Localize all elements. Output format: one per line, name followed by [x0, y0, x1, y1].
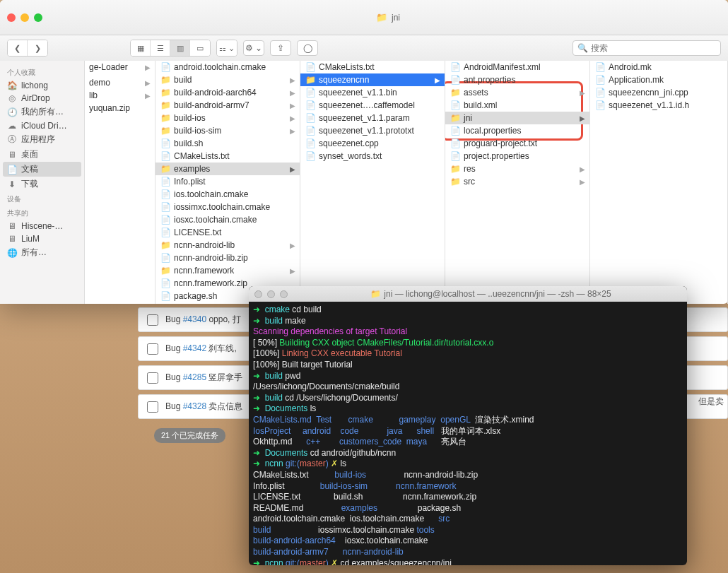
search-input[interactable] [591, 43, 716, 53]
task-checkbox[interactable] [147, 343, 158, 355]
sidebar-item[interactable]: 🕘我的所有… [0, 105, 84, 119]
folder-icon: 📁 [160, 113, 171, 123]
sidebar-icon: ◎ [7, 93, 17, 103]
close-button[interactable] [7, 13, 16, 22]
sidebar-item[interactable]: ◎AirDrop [0, 92, 84, 105]
file-row[interactable]: ge-Loader▶ [85, 61, 155, 73]
view-column-button[interactable]: ▥ [170, 40, 190, 56]
file-row[interactable]: 📄iosxc.toolchain.cmake [155, 213, 300, 226]
file-row[interactable]: 📄CMakeLists.txt [155, 150, 300, 163]
file-name: synset_words.txt [319, 151, 382, 161]
forward-button[interactable]: ❯ [28, 40, 47, 56]
chevron-right-icon: ▶ [290, 127, 295, 135]
view-list-button[interactable]: ☰ [151, 40, 170, 56]
file-row[interactable]: 📄squeezenet.cpp [300, 137, 445, 150]
file-row[interactable]: 📁jni▶ [445, 112, 589, 124]
file-row[interactable]: 📄local.properties [445, 124, 589, 137]
file-row[interactable]: 📄squeezenet….caffemodel [300, 99, 445, 112]
sidebar-item[interactable]: 🖥LiuM [0, 232, 84, 245]
file-row[interactable]: 📄ncnn-android-lib.zip [155, 252, 300, 264]
file-row[interactable]: 📄LICENSE.txt [155, 226, 300, 239]
file-row[interactable]: 📄proguard-project.txt [445, 137, 589, 150]
search-box[interactable]: 🔍 [573, 40, 721, 56]
share-button[interactable]: ⇪ [270, 40, 291, 56]
file-row[interactable]: demo▶ [85, 76, 155, 89]
file-row[interactable]: 📄ant.properties [445, 73, 589, 86]
view-gallery-button[interactable]: ▭ [190, 40, 210, 56]
back-button[interactable]: ❮ [8, 40, 28, 56]
file-row[interactable]: 📁build▶ [155, 73, 300, 86]
term-min-button[interactable] [267, 290, 275, 298]
file-row[interactable]: 📄squeezenet_v1.1.id.h [590, 99, 727, 112]
file-name: lib [89, 90, 98, 100]
task-link[interactable]: #4340 [183, 314, 206, 324]
minimize-button[interactable] [20, 13, 29, 22]
file-row[interactable]: 📁src▶ [445, 175, 589, 188]
sidebar-item[interactable]: 🌐所有… [0, 245, 84, 260]
sidebar: 个人收藏 🏠lichong◎AirDrop🕘我的所有…☁iCloud Dri…Ⓐ… [0, 61, 85, 304]
file-row[interactable]: 📁ncnn.framework▶ [155, 264, 300, 277]
file-row[interactable]: 📄CMakeLists.txt [300, 61, 445, 73]
file-name: ncnn-android-lib [174, 240, 235, 250]
file-row[interactable]: 📁squeezencnn▶ [300, 73, 445, 86]
file-row[interactable]: 📁build-android-aarch64▶ [155, 86, 300, 99]
file-icon: 📄 [450, 151, 461, 161]
file-row[interactable]: 📁res▶ [445, 163, 589, 175]
file-name: build [174, 75, 192, 85]
file-row[interactable]: 📄AndroidManifest.xml [445, 61, 589, 73]
sidebar-item[interactable]: Ⓐ应用程序 [0, 132, 84, 147]
file-name: LICENSE.txt [174, 228, 221, 237]
tags-button[interactable]: ◯ [297, 40, 318, 56]
maximize-button[interactable] [34, 13, 42, 22]
file-row[interactable]: 📄squeezencnn_jni.cpp [590, 86, 727, 99]
term-max-button[interactable] [280, 290, 288, 298]
file-row[interactable]: 📄Android.mk [590, 61, 727, 73]
sidebar-item[interactable]: ⬇下载 [0, 177, 84, 191]
terminal-line: ➜ build make [253, 316, 683, 327]
terminal-body[interactable]: ➜ cmake cd build➜ build makeScanning dep… [249, 302, 687, 565]
file-row[interactable]: 📁ncnn-android-lib▶ [155, 239, 300, 252]
file-row[interactable]: 📄iossimxc.toolchain.cmake [155, 201, 300, 213]
sidebar-item[interactable]: ☁iCloud Dri… [0, 119, 84, 132]
folder-icon: 📁 [450, 177, 461, 187]
task-checkbox[interactable] [147, 401, 158, 413]
file-row[interactable]: 📁examples▶ [155, 163, 300, 175]
task-link[interactable]: #4328 [183, 401, 206, 411]
file-row[interactable]: 📄Application.mk [590, 73, 727, 86]
column-view: ge-Loader▶demo▶lib▶yuquan.zip 📄android.t… [85, 61, 728, 304]
term-close-button[interactable] [254, 290, 262, 298]
sidebar-item[interactable]: 🏠lichong [0, 79, 84, 92]
action-button[interactable]: ⚙ ⌄ [243, 40, 264, 56]
file-row[interactable]: 📁build-ios-sim▶ [155, 124, 300, 137]
sidebar-item[interactable]: 🖥Hiscene-… [0, 220, 84, 232]
task-checkbox[interactable] [147, 372, 158, 384]
file-row[interactable]: 📁build-ios▶ [155, 112, 300, 124]
arrange-button[interactable]: ⚏ ⌄ [217, 40, 237, 56]
sidebar-shared-header: 共享的 [0, 206, 84, 220]
file-row[interactable]: 📄Info.plist [155, 175, 300, 188]
task-checkbox[interactable] [147, 314, 158, 326]
file-name: jni [464, 113, 472, 123]
file-row[interactable]: yuquan.zip [85, 102, 155, 114]
file-row[interactable]: 📄build.xml [445, 99, 589, 112]
file-row[interactable]: 📄synset_words.txt [300, 150, 445, 163]
file-row[interactable]: 📄squeezenet_v1.1.prototxt [300, 124, 445, 137]
task-extra-text: 但是卖 [698, 396, 724, 408]
task-link[interactable]: #4285 [183, 372, 206, 382]
file-row[interactable]: 📄project.properties [445, 150, 589, 163]
sidebar-favorites-header: 个人收藏 [0, 65, 84, 79]
chevron-right-icon: ▶ [290, 102, 295, 110]
file-row[interactable]: 📄squeezenet_v1.1.param [300, 112, 445, 124]
sidebar-item[interactable]: 📄文稿 [3, 162, 81, 177]
file-row[interactable]: 📁build-android-armv7▶ [155, 99, 300, 112]
file-row[interactable]: 📁assets▶ [445, 86, 589, 99]
file-row[interactable]: lib▶ [85, 89, 155, 102]
sidebar-item[interactable]: 🖥桌面 [0, 147, 84, 162]
file-row[interactable]: 📄build.sh [155, 137, 300, 150]
file-row[interactable]: 📄android.toolchain.cmake [155, 61, 300, 73]
folder-icon: 📁 [160, 266, 171, 276]
file-row[interactable]: 📄squeezenet_v1.1.bin [300, 86, 445, 99]
file-row[interactable]: 📄ios.toolchain.cmake [155, 188, 300, 201]
task-link[interactable]: #4342 [183, 343, 206, 353]
view-icon-button[interactable]: ▦ [131, 40, 151, 56]
